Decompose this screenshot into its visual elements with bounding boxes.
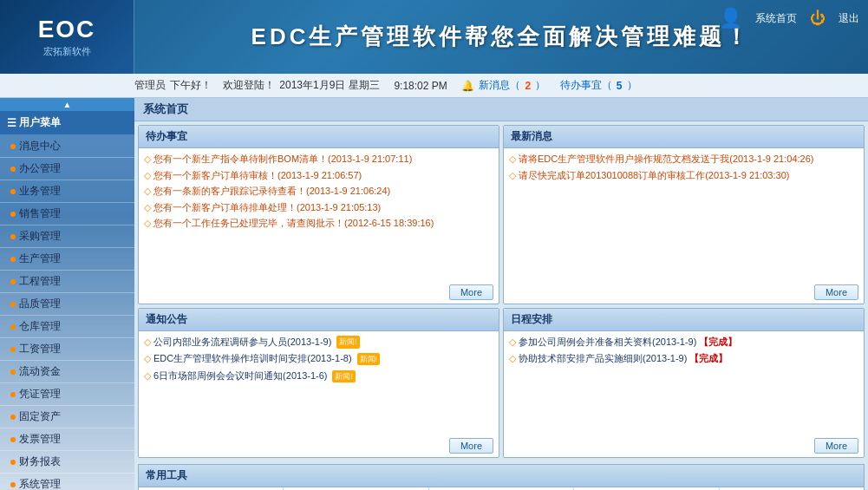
sidebar-item-voucher[interactable]: 凭证管理	[0, 383, 134, 406]
sidebar-title: 用户菜单	[19, 115, 61, 130]
tools-body: 万年历 手机网络 世界时间 邮政编码 在线计算器	[138, 487, 865, 490]
sidebar-label: 销售管理	[19, 206, 61, 221]
todo-item-5[interactable]: 您有一个工作任务已处理完毕，请查阅批示！(2012-6-15 18:39:16)	[144, 216, 493, 231]
power-icon: ⏻	[810, 10, 826, 28]
sidebar-item-production[interactable]: 生产管理	[0, 248, 134, 271]
todo-more-button[interactable]: More	[449, 284, 493, 300]
subheader: 管理员 下午好！ 欢迎登陆！ 2013年1月9日 星期三 9:18:02 PM …	[0, 74, 868, 98]
notice-panel: 通知公告 公司内部业务流程调研参与人员(2013-1-9) 新闻! EDC生产管…	[138, 308, 499, 458]
sidebar-label: 工资管理	[19, 342, 61, 356]
person-icon: 👤	[719, 7, 742, 29]
news-panel-body: 请将EDC生产管理软件用户操作规范文档发送于我(2013-1-9 21:04:2…	[504, 148, 864, 283]
sidebar-label: 凭证管理	[19, 387, 61, 402]
notice-badge-1: 新闻!	[336, 336, 360, 348]
todo-panel-footer: More	[139, 283, 499, 304]
sidebar-header: ☰ 用户菜单	[0, 111, 134, 135]
news-item-1[interactable]: 请将EDC生产管理软件用户操作规范文档发送于我(2013-1-9 21:04:2…	[509, 152, 858, 167]
sidebar-item-business[interactable]: 业务管理	[0, 180, 134, 203]
news-more-button[interactable]: More	[814, 284, 858, 300]
sidebar-item-payroll[interactable]: 工资管理	[0, 338, 134, 361]
todo-panel-body: 您有一个新生产指令单待制作BOM清单！(2013-1-9 21:07:11) 您…	[139, 148, 499, 283]
logout-link[interactable]: 退出	[839, 11, 859, 26]
notice-panel-footer: More	[139, 436, 499, 457]
schedule-panel-header: 日程安排	[504, 309, 864, 331]
todo-end: ）	[627, 78, 637, 93]
news-item-2[interactable]: 请尽快完成订单2013010088订单的审核工作(2013-1-9 21:03:…	[509, 168, 858, 183]
greeting: 下午好！	[170, 78, 212, 93]
logo-text: EOC	[38, 16, 96, 43]
news-panel-footer: More	[504, 283, 864, 304]
schedule-text-1: 参加公司周例会并准备相关资料(2013-1-9)	[519, 335, 696, 350]
sidebar-item-messages[interactable]: 消息中心	[0, 135, 134, 158]
sidebar-menu-icon: ☰	[7, 117, 16, 129]
schedule-status-2: 【完成】	[689, 351, 728, 367]
sidebar-item-finance[interactable]: 财务报表	[0, 451, 134, 474]
notice-panel-body: 公司内部业务流程调研参与人员(2013-1-9) 新闻! EDC生产管理软件操作…	[139, 331, 499, 436]
logo-area: EOC 宏拓新软件	[0, 0, 134, 74]
notice-badge-2: 新闻!	[357, 353, 381, 365]
schedule-more-button[interactable]: More	[814, 438, 858, 454]
sidebar-item-invoice[interactable]: 发票管理	[0, 428, 134, 451]
sidebar-dot	[10, 482, 16, 487]
notice-badge-3: 新闻!	[332, 370, 356, 382]
notice-text-2: EDC生产管理软件操作培训时间安排(2013-1-8)	[153, 351, 352, 367]
sidebar-label: 业务管理	[19, 184, 61, 199]
sidebar-item-system[interactable]: 系统管理	[0, 474, 134, 490]
sidebar-dot	[10, 347, 16, 352]
sidebar-label: 系统管理	[19, 477, 61, 490]
sidebar-dot	[10, 189, 16, 194]
sidebar-dot	[10, 212, 16, 217]
todo-item-4[interactable]: 您有一个新客户订单待排单处理！(2013-1-9 21:05:13)	[144, 200, 493, 215]
notice-item-3[interactable]: 6日市场部周例会会议时间通知(2013-1-6) 新闻!	[144, 369, 493, 384]
notice-item-1[interactable]: 公司内部业务流程调研参与人员(2013-1-9) 新闻!	[144, 335, 493, 350]
sidebar-dot	[10, 144, 16, 149]
sidebar-item-engineering[interactable]: 工程管理	[0, 271, 134, 293]
todo-count[interactable]: 5	[617, 80, 623, 92]
todo-item-1[interactable]: 您有一个新生产指令单待制作BOM清单！(2013-1-9 21:07:11)	[144, 152, 493, 167]
sidebar: ▲ ☰ 用户菜单 消息中心 办公管理 业务管理 销售管理 采购管理 生产管理 工…	[0, 98, 134, 490]
sidebar-item-assets[interactable]: 固定资产	[0, 406, 134, 428]
todo-item-2[interactable]: 您有一个新客户订单待审核！(2013-1-9 21:06:57)	[144, 168, 493, 183]
sidebar-dot	[10, 415, 16, 420]
bell-icon: 🔔	[461, 80, 474, 92]
todo-item-3[interactable]: 您有一条新的客户跟踪记录待查看！(2013-1-9 21:06:24)	[144, 184, 493, 199]
todo-label: 待办事宜（	[560, 78, 612, 93]
new-msg-label: 新消息（	[479, 78, 520, 93]
schedule-panel-body: 参加公司周例会并准备相关资料(2013-1-9) 【完成】 协助技术部安排产品实…	[504, 331, 864, 436]
sidebar-item-office[interactable]: 办公管理	[0, 158, 134, 180]
sidebar-label: 消息中心	[19, 139, 61, 154]
new-msg-count[interactable]: 2	[525, 80, 531, 92]
notice-item-2[interactable]: EDC生产管理软件操作培训时间安排(2013-1-8) 新闻!	[144, 351, 493, 367]
sidebar-item-cashflow[interactable]: 流动资金	[0, 361, 134, 383]
header: EOC 宏拓新软件 EDC生产管理软件帮您全面解决管理难题！ 👤 系统首页 ⏻ …	[0, 0, 868, 74]
news-panel: 最新消息 请将EDC生产管理软件用户操作规范文档发送于我(2013-1-9 21…	[503, 125, 865, 304]
todo-panel: 待办事宜 您有一个新生产指令单待制作BOM清单！(2013-1-9 21:07:…	[138, 125, 499, 304]
header-nav: 👤 系统首页 ⏻ 退出	[719, 7, 859, 29]
sidebar-dot	[10, 257, 16, 262]
new-msg-end: ）	[535, 78, 545, 93]
sidebar-label: 品质管理	[19, 297, 61, 311]
schedule-text-2: 协助技术部安排产品实施细则(2013-1-9)	[519, 351, 687, 367]
main-layout: ▲ ☰ 用户菜单 消息中心 办公管理 业务管理 销售管理 采购管理 生产管理 工…	[0, 98, 868, 490]
schedule-item-1[interactable]: 参加公司周例会并准备相关资料(2013-1-9) 【完成】	[509, 335, 858, 350]
schedule-panel: 日程安排 参加公司周例会并准备相关资料(2013-1-9) 【完成】 协助技术部…	[503, 308, 865, 458]
schedule-item-2[interactable]: 协助技术部安排产品实施细则(2013-1-9) 【完成】	[509, 351, 858, 367]
news-panel-header: 最新消息	[504, 126, 864, 148]
notice-more-button[interactable]: More	[449, 438, 493, 454]
welcome-text: 欢迎登陆！	[223, 78, 275, 93]
notice-panel-header: 通知公告	[139, 309, 499, 331]
sidebar-item-quality[interactable]: 品质管理	[0, 293, 134, 316]
sidebar-label: 办公管理	[19, 161, 61, 176]
sidebar-label: 流动资金	[19, 364, 61, 379]
sidebar-item-sales[interactable]: 销售管理	[0, 203, 134, 225]
datetime: 2013年1月9日 星期三	[279, 78, 379, 93]
sidebar-item-purchase[interactable]: 采购管理	[0, 225, 134, 248]
sidebar-item-warehouse[interactable]: 仓库管理	[0, 316, 134, 338]
sidebar-scroll-up[interactable]: ▲	[0, 98, 134, 111]
logo-subtitle: 宏拓新软件	[43, 45, 91, 58]
schedule-panel-footer: More	[504, 436, 864, 457]
notice-text-1: 公司内部业务流程调研参与人员(2013-1-9)	[153, 335, 331, 350]
home-link[interactable]: 系统首页	[755, 11, 797, 26]
sidebar-label: 生产管理	[19, 252, 61, 266]
sidebar-label: 发票管理	[19, 432, 61, 447]
